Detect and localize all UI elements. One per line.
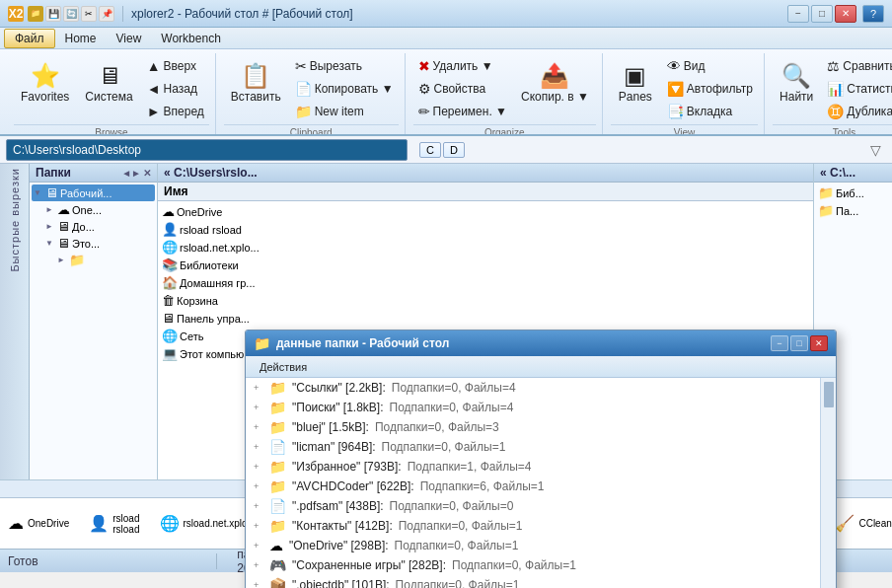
expand-icon-9[interactable]: +	[254, 560, 263, 570]
modal-list-item-10[interactable]: + 📦 ".objectdb" [101B]: Подпапки=0, Файл…	[246, 575, 836, 588]
duplicates-button[interactable]: ♊ Дубликаты	[822, 101, 892, 122]
modal-list-item-9[interactable]: + 🎮 "Сохраненные игры" [282B]: Подпапки=…	[246, 555, 836, 575]
scrollbar-thumb[interactable]	[822, 380, 836, 409]
modal-close-button[interactable]: ✕	[810, 335, 828, 351]
properties-button[interactable]: ⚙ Свойства	[413, 78, 512, 100]
folder-icon-10: 📦	[269, 577, 286, 588]
modal-title-controls: − □ ✕	[771, 335, 828, 351]
expand-icon-6[interactable]: +	[254, 501, 263, 511]
cut-button[interactable]: ✂ Вырезать	[290, 55, 399, 77]
modal-list-item-6[interactable]: + 📄 ".pdfsam" [438B]: Подпапки=0, Файлы=…	[246, 496, 836, 516]
modal-scrollbar[interactable]	[820, 378, 836, 588]
help-button[interactable]: ?	[862, 5, 884, 23]
modal-list-item-0[interactable]: + 📁 "Ссылки" [2.2kB]: Подпапки=0, Файлы=…	[246, 378, 836, 398]
copy-to-button[interactable]: 📤 Скопир. в ▼	[514, 55, 596, 112]
toolbar-icon1[interactable]: 📁	[28, 6, 43, 22]
bottom-file-onedrive[interactable]: ☁ OneDrive	[8, 514, 69, 533]
cut-icon: ✂	[295, 58, 307, 74]
autofilter-icon: 🔽	[667, 81, 684, 97]
tab-button[interactable]: 📑 Вкладка	[662, 101, 758, 122]
ribbon-group-organize: ✖ Удалить ▼ ⚙ Свойства ✏ Переимен. ▼ 📤 С…	[408, 53, 603, 134]
rename-button[interactable]: ✏ Переимен. ▼	[413, 101, 512, 122]
title-bar-controls: − □ ✕ ?	[787, 5, 884, 23]
panes-label: Panes	[619, 90, 652, 104]
favorites-button[interactable]: ⭐ Favorites	[14, 55, 76, 112]
folder-icon-7: 📁	[269, 518, 286, 534]
item-detail-6: Подпапки=0, Файлы=0	[390, 499, 514, 513]
find-label: Найти	[780, 90, 813, 104]
toolbar-icon2[interactable]: 💾	[45, 6, 61, 22]
bottom-file-rsload[interactable]: 👤 rsload rsload	[89, 513, 139, 535]
ribbon-group-organize-content: ✖ Удалить ▼ ⚙ Свойства ✏ Переимен. ▼ 📤 С…	[413, 53, 596, 122]
status-divider-1	[216, 553, 217, 569]
favorites-label: Favorites	[21, 90, 69, 104]
ccleaner-icon: 🧹	[835, 514, 855, 533]
modal-maximize-button[interactable]: □	[790, 335, 808, 351]
ribbon-group-clipboard: 📋 Вставить ✂ Вырезать 📄 Копировать ▼ 📁 N…	[218, 53, 406, 134]
modal-list-item-1[interactable]: + 📁 "Поиски" [1.8kB]: Подпапки=0, Файлы=…	[246, 398, 836, 417]
copy-button[interactable]: 📄 Копировать ▼	[290, 78, 399, 100]
modal-list-item-7[interactable]: + 📁 "Контакты" [412B]: Подпапки=0, Файлы…	[246, 516, 836, 536]
menu-item-workbench[interactable]: Workbench	[151, 30, 230, 47]
modal-list-item-5[interactable]: + 📁 "AVCHDCoder" [622B]: Подпапки=6, Фай…	[246, 477, 836, 496]
menu-item-view[interactable]: View	[107, 30, 152, 47]
modal-minimize-button[interactable]: −	[771, 335, 788, 351]
item-text-6: ".pdfsam" [438B]:	[292, 499, 384, 513]
expand-icon-2[interactable]: +	[254, 422, 263, 432]
minimize-button[interactable]: −	[787, 5, 809, 23]
menu-item-file[interactable]: Файл	[4, 29, 55, 48]
toolbar-icon4[interactable]: ✂	[81, 6, 97, 22]
item-text-2: "bluej" [1.5kB]:	[292, 420, 369, 434]
folder-icon-4: 📁	[269, 459, 286, 475]
modal-menu-actions[interactable]: Действия	[252, 359, 315, 375]
expand-icon-1[interactable]: +	[254, 403, 263, 412]
forward-button[interactable]: ► Вперед	[142, 101, 209, 122]
maximize-button[interactable]: □	[811, 5, 833, 23]
view-icon: 👁	[667, 58, 681, 74]
expand-icon-8[interactable]: +	[254, 541, 263, 551]
expand-icon-5[interactable]: +	[254, 481, 263, 491]
expand-icon-7[interactable]: +	[254, 521, 263, 531]
drive-d-button[interactable]: D	[443, 142, 465, 158]
tab-icon: 📑	[667, 104, 684, 119]
drive-c-button[interactable]: C	[419, 142, 441, 158]
system-button[interactable]: 🖥 Система	[78, 55, 139, 112]
modal-list[interactable]: + 📁 "Ссылки" [2.2kB]: Подпапки=0, Файлы=…	[246, 378, 836, 588]
address-input[interactable]	[6, 139, 408, 161]
delete-button[interactable]: ✖ Удалить ▼	[413, 55, 512, 77]
modal-list-item-8[interactable]: + ☁ "OneDrive" [298B]: Подпапки=0, Файлы…	[246, 536, 836, 555]
filter-icon[interactable]: ▽	[864, 139, 886, 161]
modal-list-item-2[interactable]: + 📁 "bluej" [1.5kB]: Подпапки=0, Файлы=3	[246, 417, 836, 437]
stats-icon: 📊	[827, 81, 844, 97]
file-label: rsload rsload	[112, 513, 139, 535]
compare-button[interactable]: ⚖ Сравнить ▼	[822, 55, 892, 77]
expand-icon-4[interactable]: +	[254, 462, 263, 472]
up-icon: ▲	[147, 58, 161, 74]
paste-button[interactable]: 📋 Вставить	[224, 55, 288, 112]
menu-item-home[interactable]: Home	[55, 30, 107, 47]
up-button[interactable]: ▲ Вверх	[142, 55, 209, 77]
stats-button[interactable]: 📊 Статистика	[822, 78, 892, 100]
expand-icon-0[interactable]: +	[254, 383, 263, 393]
modal-title-icon: 📁	[254, 335, 270, 351]
bottom-file-ccleaner[interactable]: 🧹 CCleaner	[835, 514, 892, 533]
tools-group-label: Tools	[773, 124, 892, 136]
autofilter-button[interactable]: 🔽 Автофильтр	[662, 78, 758, 100]
divider	[122, 6, 123, 22]
app-icon: X2	[8, 6, 24, 22]
new-item-button[interactable]: 📁 New item	[290, 101, 399, 122]
find-icon: 🔍	[781, 64, 811, 88]
item-detail-10: Подпапки=0, Файлы=1	[396, 578, 520, 588]
item-detail-2: Подпапки=0, Файлы=3	[375, 420, 499, 434]
expand-icon-3[interactable]: +	[254, 442, 263, 452]
toolbar-icon3[interactable]: 🔄	[63, 6, 79, 22]
modal-list-item-3[interactable]: + 📄 "licman" [964B]: Подпапки=0, Файлы=1	[246, 437, 836, 457]
close-button[interactable]: ✕	[835, 5, 856, 23]
panes-button[interactable]: ▣ Panes	[611, 55, 660, 112]
back-button[interactable]: ◄ Назад	[142, 78, 209, 100]
view-button[interactable]: 👁 Вид	[662, 55, 758, 77]
expand-icon-10[interactable]: +	[254, 580, 263, 588]
modal-list-item-4[interactable]: + 📁 "Избранное" [793B]: Подпапки=1, Файл…	[246, 457, 836, 477]
toolbar-icon5[interactable]: 📌	[99, 6, 114, 22]
find-button[interactable]: 🔍 Найти	[773, 55, 820, 112]
